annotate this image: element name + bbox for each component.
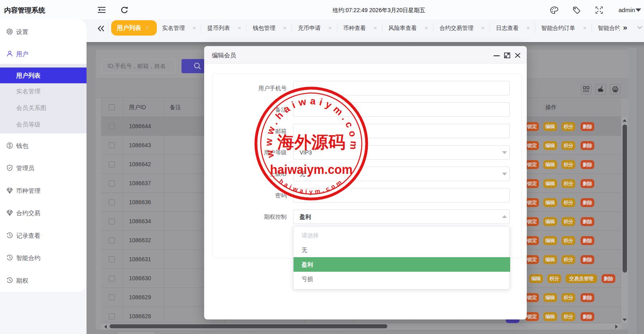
svg-text:haiwaiym.com: haiwaiym.com bbox=[270, 162, 353, 177]
svg-text:海外源码: 海外源码 bbox=[277, 133, 345, 152]
